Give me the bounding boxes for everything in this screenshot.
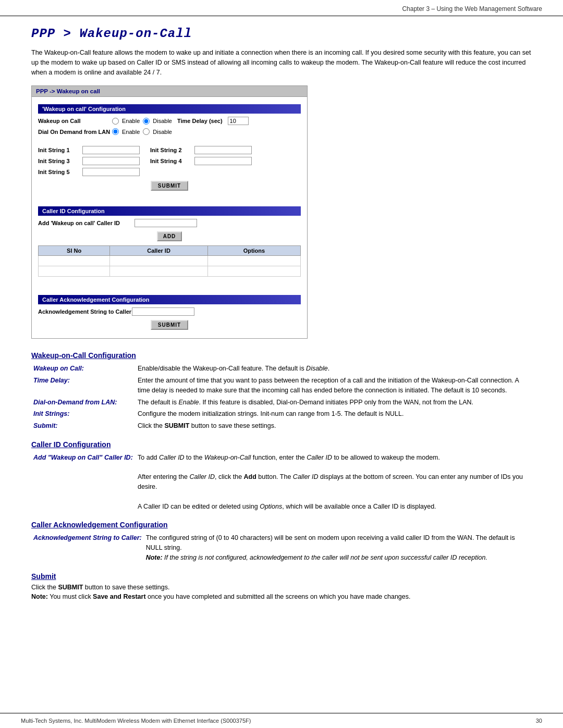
caller-id-desc-table: Add "Wakeup on Call" Caller ID: To add C… [31,452,532,513]
footer-page-number: 30 [536,718,542,724]
caller-ack-desc-title: Caller Acknowledgement Configuration [31,521,532,529]
table-col-callerid: Caller ID [110,246,208,256]
section3-header: Caller Acknowledgement Configuration [38,295,301,304]
table-row [39,266,301,277]
submit-desc-section: Submit Click the SUBMIT button to save t… [31,572,532,602]
enable2-label: Enable [122,129,140,135]
wakeup-text-3: Configure the modem initialization strin… [136,408,532,420]
wakeup-label-0: Wakeup on Call: [31,363,136,375]
wakeup-desc-section: Wakeup-on-Call Configuration Wakeup on C… [31,351,532,432]
init-string-row-34: Init String 3 Init String 4 [38,157,301,165]
wakeup-radio-group: Enable Disable Time Delay (sec) [111,117,249,125]
caller-id-desc-title: Caller ID Configuration [31,440,532,449]
caller-ack-desc-table: Acknowledgement String to Caller: The co… [31,532,532,563]
init-string-5-input[interactable] [82,168,140,176]
dial-enable-radio[interactable] [112,128,119,135]
table-cell-slno [39,266,110,277]
section2-header: Caller ID Configuration [38,206,301,216]
add-button[interactable]: ADD [157,231,182,241]
time-delay-label: Time Delay (sec) [177,118,223,124]
wakeup-desc-table: Wakeup on Call: Enable/disable the Wakeu… [31,363,532,432]
table-col-slno: Sl No [39,246,110,256]
caller-id-label-0: Add "Wakeup on Call" Caller ID: [31,452,136,513]
dial-disable-radio[interactable] [143,128,150,135]
caller-id-desc-section: Caller ID Configuration Add "Wakeup on C… [31,440,532,513]
init-string-1-label: Init String 1 [38,147,82,153]
wakeup-label-2: Dial-on-Demand from LAN: [31,397,136,409]
wakeup-on-call-label: Wakeup on Call [38,118,111,124]
main-content: PPP > Wakeup-on-Call The Wakeup-on-Call … [0,16,563,641]
disable-label: Disable [153,118,172,124]
caller-id-table: Sl No Caller ID Options [38,245,301,277]
wakeup-row-3: Init Strings: Configure the modem initia… [31,408,532,420]
submit-desc-title: Submit [31,572,532,581]
caller-ack-label-0: Acknowledgement String to Caller: [31,532,144,563]
wakeup-label-4: Submit: [31,420,136,432]
dial-on-demand-row: Dial On Demand from LAN Enable Disable [38,128,301,135]
init-string-1-input[interactable] [82,146,140,154]
table-row [39,256,301,266]
table-col-options: Options [207,246,300,256]
caller-ack-desc-section: Caller Acknowledgement Configuration Ack… [31,521,532,563]
caller-ack-text-0: The configured string of (0 to 40 charac… [144,532,532,563]
section1-header: 'Wakeup on call' Configuration [38,104,301,114]
table-cell-options [207,266,300,277]
panel-header: PPP -> Wakeup on call [32,86,307,97]
table-cell-slno [39,256,110,266]
init-string-3-label: Init String 3 [38,158,82,164]
disable2-label: Disable [153,129,172,135]
wakeup-desc-title: Wakeup-on-Call Configuration [31,351,532,360]
ui-panel: PPP -> Wakeup on call 'Wakeup on call' C… [31,85,308,339]
add-btn-container: ADD [38,229,301,243]
init-string-row-5: Init String 5 [38,168,301,176]
wakeup-on-call-row: Wakeup on Call Enable Disable Time Delay… [38,117,301,125]
wakeup-config-section: 'Wakeup on call' Configuration Wakeup on… [32,97,307,199]
ack-label: Acknowledgement String to Caller [38,309,132,315]
enable-label: Enable [122,118,140,124]
table-cell-callerid [110,256,208,266]
chapter-text: Chapter 3 – Using the Web Management Sof… [402,5,542,13]
caller-id-section: Caller ID Configuration Add 'Wakeup on c… [32,199,307,288]
caller-id-input[interactable] [134,219,197,227]
wakeup-label-1: Time Delay: [31,375,136,397]
submit-button-3[interactable]: SUBMIT [151,320,188,330]
init-string-3-input[interactable] [82,157,140,165]
init-string-row-12: Init String 1 Init String 2 [38,146,301,154]
wakeup-row-0: Wakeup on Call: Enable/disable the Wakeu… [31,363,532,375]
caller-ack-section: Caller Acknowledgement Configuration Ack… [32,288,307,338]
init-string-5-label: Init String 5 [38,169,82,175]
wakeup-text-0: Enable/disable the Wakeup-on-Call featur… [136,363,532,375]
init-string-2-label: Init String 2 [150,147,194,153]
submit-button-1[interactable]: SUBMIT [151,181,188,191]
wakeup-row-1: Time Delay: Enter the amount of time tha… [31,375,532,397]
wakeup-enable-radio[interactable] [112,118,119,125]
add-caller-id-row: Add 'Wakeup on call' Caller ID [38,219,301,227]
wakeup-row-2: Dial-on-Demand from LAN: The default is … [31,397,532,409]
caller-ack-row-0: Acknowledgement String to Caller: The co… [31,532,532,563]
intro-text: The Wakeup-on-Call feature allows the mo… [31,48,532,77]
footer-left: Multi-Tech Systems, Inc. MultiModem Wire… [21,718,251,724]
init-string-4-label: Init String 4 [150,158,194,164]
dial-on-demand-label: Dial On Demand from LAN [38,129,111,135]
wakeup-label-3: Init Strings: [31,408,136,420]
wakeup-text-2: The default is Enable. If this feature i… [136,397,532,409]
caller-id-row-0: Add "Wakeup on Call" Caller ID: To add C… [31,452,532,513]
init-string-4-input[interactable] [194,157,252,165]
submit-note: Note: You must click Save and Restart on… [31,593,411,600]
submit-btn-container-1: SUBMIT [38,179,301,194]
ack-input[interactable] [132,307,194,316]
dial-radio-group: Enable Disable [111,128,172,135]
table-cell-callerid [110,266,208,277]
wakeup-text-4: Click the SUBMIT button to save these se… [136,420,532,432]
wakeup-disable-radio[interactable] [143,118,150,125]
wakeup-text-1: Enter the amount of time that you want t… [136,375,532,397]
init-string-2-input[interactable] [194,146,252,154]
page-footer: Multi-Tech Systems, Inc. MultiModem Wire… [0,713,563,728]
caller-id-text-0: To add Caller ID to the Wakeup-on-Call f… [136,452,532,513]
ack-row: Acknowledgement String to Caller [38,307,301,316]
page-header: Chapter 3 – Using the Web Management Sof… [0,0,563,16]
table-cell-options [207,256,300,266]
add-caller-id-label: Add 'Wakeup on call' Caller ID [38,220,134,226]
page-title: PPP > Wakeup-on-Call [31,27,532,41]
time-delay-input[interactable] [228,117,249,125]
